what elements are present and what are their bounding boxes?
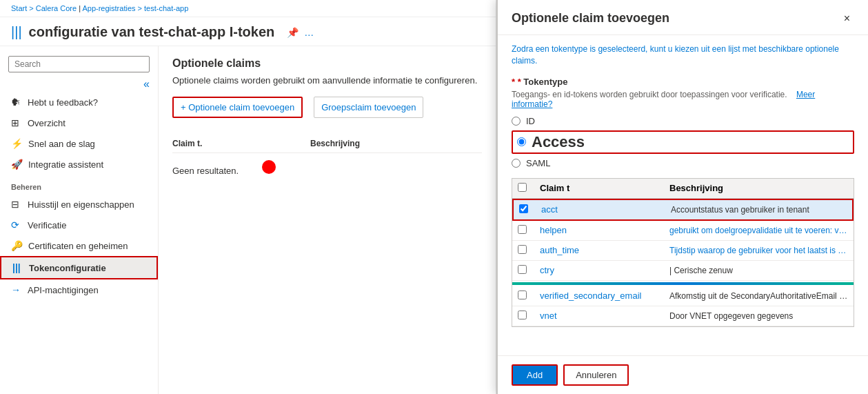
table-header: Claim t. Beschrijving	[172, 135, 482, 153]
breadcrumb-start[interactable]: Start >	[11, 4, 34, 12]
tokenconfiguratie-label: Tokenconfiguratie	[29, 263, 106, 273]
breadcrumb-testapp[interactable]: test-chat-app	[144, 4, 188, 12]
green-separator	[512, 282, 854, 285]
api-icon: →	[11, 284, 22, 295]
radio-saml-input[interactable]	[512, 159, 521, 168]
modal-panel: Optionele claim toevoegen × Zodra een to…	[496, 0, 868, 394]
table-row-verified-email[interactable]: verified_secondary_email Afkomstig uit d…	[512, 286, 854, 306]
radio-id-input[interactable]	[512, 117, 521, 126]
content-area: « 🗣 Hebt u feedback? ⊞ Overzicht ⚡ Snel …	[0, 46, 496, 394]
radio-access[interactable]: Access	[512, 130, 854, 154]
sidebar-item-snel[interactable]: ⚡ Snel aan de slag	[0, 133, 158, 154]
main-content: Optionele claims Optionele claims worden…	[159, 46, 496, 394]
radio-access-input[interactable]	[517, 137, 526, 146]
modal-close-button[interactable]: ×	[840, 11, 854, 26]
optionele-claim-label: + Optionele claim toevoegen	[181, 102, 294, 112]
table-row-auth-time[interactable]: auth_time Tijdstip waarop de gebruiker v…	[512, 241, 854, 261]
certificaten-icon: 🔑	[11, 240, 23, 251]
helpen-name[interactable]: helpen	[540, 225, 664, 235]
acct-name[interactable]: acct	[541, 204, 665, 215]
sidebar-item-integratie[interactable]: 🚀 Integratie assistent	[0, 154, 158, 175]
groepsclaim-button[interactable]: Groepsclaim toevoegen	[314, 97, 423, 118]
helpen-checkbox[interactable]	[518, 225, 527, 234]
left-panel: Start > Calera Core | App-registraties >…	[0, 0, 496, 394]
header-icon: |||	[11, 24, 22, 40]
breadcrumb: Start > Calera Core | App-registraties >…	[0, 0, 496, 17]
vnet-check-col	[518, 311, 534, 322]
certificaten-label: Certificaten en geheimen	[28, 241, 128, 251]
verificatie-label: Verificatie	[28, 220, 66, 230]
vnet-desc: Door VNET opgegeven gegevens	[669, 311, 848, 321]
breadcrumb-calera[interactable]: Calera Core	[36, 4, 77, 12]
ctry-name[interactable]: ctry	[540, 265, 664, 275]
helpen-desc: gebruikt om doelgroepvalidatie uit te vo…	[669, 226, 848, 235]
auth-time-desc: Tijdstip waarop de gebruiker voor het la…	[669, 246, 848, 255]
sidebar-item-verificatie[interactable]: ⟳ Verificatie	[0, 215, 158, 235]
red-dot	[262, 160, 276, 174]
ctry-checkbox[interactable]	[518, 265, 527, 274]
sidebar-search-container	[0, 52, 158, 77]
verified-email-checkbox[interactable]	[518, 290, 527, 299]
modal-info-text: Zodra een tokentype is geselecteerd, kun…	[512, 43, 854, 67]
huisstijl-label: Huisstijl en eigenschappen	[28, 199, 134, 210]
radio-id[interactable]: ID	[512, 116, 854, 126]
add-button[interactable]: Add	[512, 364, 558, 386]
huisstijl-icon: ⊟	[11, 199, 22, 210]
page-title: configuratie van test-chat-app I-token	[29, 24, 275, 40]
vnet-checkbox[interactable]	[518, 311, 527, 319]
desc-col-header: Beschrijving	[669, 183, 848, 193]
verified-email-desc: Afkomstig uit de SecondaryAuthoritativeE…	[669, 291, 848, 301]
section-desc: Optionele claims worden gebruikt om aanv…	[172, 75, 482, 86]
table-col-desc: Beschrijving	[310, 139, 482, 148]
section-title: Optionele claims	[172, 57, 482, 70]
feedback-icon: 🗣	[11, 97, 22, 108]
more-icon[interactable]: …	[304, 27, 314, 38]
verified-email-check-col	[518, 290, 534, 302]
table-row-ctry[interactable]: ctry | Cerische zenuw	[512, 261, 854, 281]
auth-time-check-col	[518, 245, 534, 256]
radio-group-tokentype: ID Access SAML	[512, 116, 854, 168]
cancel-button[interactable]: Annuleren	[563, 364, 629, 386]
modal-title: Optionele claim toevoegen	[512, 11, 669, 26]
verificatie-icon: ⟳	[11, 219, 22, 230]
verified-email-name[interactable]: verified_secondary_email	[540, 290, 664, 301]
collapse-icon[interactable]: «	[143, 78, 150, 90]
search-input[interactable]	[8, 56, 150, 72]
sidebar-item-tokenconfiguratie[interactable]: ||| Tokenconfiguratie	[0, 256, 158, 279]
sidebar-item-huisstijl[interactable]: ⊟ Huisstijl en eigenschappen	[0, 194, 158, 215]
sidebar-item-certificaten[interactable]: 🔑 Certificaten en geheimen	[0, 235, 158, 256]
feedback-label: Hebt u feedback?	[28, 97, 98, 108]
breadcrumb-appreg[interactable]: App-registraties >	[82, 4, 142, 12]
acct-checkbox[interactable]	[519, 204, 528, 213]
table-col-claim: Claim t.	[172, 139, 310, 148]
table-row-acct[interactable]: acct Accountstatus van gebruiker in tena…	[512, 199, 854, 221]
sidebar: « 🗣 Hebt u feedback? ⊞ Overzicht ⚡ Snel …	[0, 46, 159, 394]
auth-time-checkbox[interactable]	[518, 245, 527, 254]
overzicht-icon: ⊞	[11, 117, 22, 128]
tokenconfiguratie-icon: |||	[12, 262, 23, 273]
ctry-desc: | Cerische zenuw	[669, 266, 848, 275]
sidebar-item-api[interactable]: → API-machtigingen	[0, 279, 158, 300]
integratie-icon: 🚀	[11, 159, 23, 170]
select-all-checkbox[interactable]	[518, 183, 527, 192]
groepsclaim-label: Groepsclaim toevoegen	[321, 102, 416, 112]
vnet-name[interactable]: vnet	[540, 311, 664, 321]
tokentype-sublabel: Toegangs- en id-tokens worden gebruikt d…	[512, 90, 854, 109]
snel-label: Snel aan de slag	[28, 139, 95, 149]
table-row-helpen[interactable]: helpen gebruikt om doelgroepvalidatie ui…	[512, 221, 854, 241]
radio-id-label: ID	[526, 116, 535, 126]
radio-saml-label: SAML	[526, 158, 550, 168]
table-row-vnet[interactable]: vnet Door VNET opgegeven gegevens	[512, 306, 854, 326]
modal-table-scroll[interactable]: acct Accountstatus van gebruiker in tena…	[512, 199, 854, 327]
radio-saml[interactable]: SAML	[512, 158, 854, 168]
pin-icon[interactable]: 📌	[287, 27, 299, 38]
check-col-header	[518, 183, 534, 194]
acct-check-col	[519, 204, 536, 215]
optionele-claim-button[interactable]: + Optionele claim toevoegen	[172, 97, 303, 118]
auth-time-name[interactable]: auth_time	[540, 245, 664, 255]
modal-table-header: Claim t Beschrijving	[512, 178, 854, 199]
tokentype-label: * Tokentype	[512, 77, 854, 87]
action-buttons: + Optionele claim toevoegen Groepsclaim …	[172, 97, 482, 118]
sidebar-item-overzicht[interactable]: ⊞ Overzicht	[0, 112, 158, 133]
sidebar-item-feedback[interactable]: 🗣 Hebt u feedback?	[0, 92, 158, 112]
